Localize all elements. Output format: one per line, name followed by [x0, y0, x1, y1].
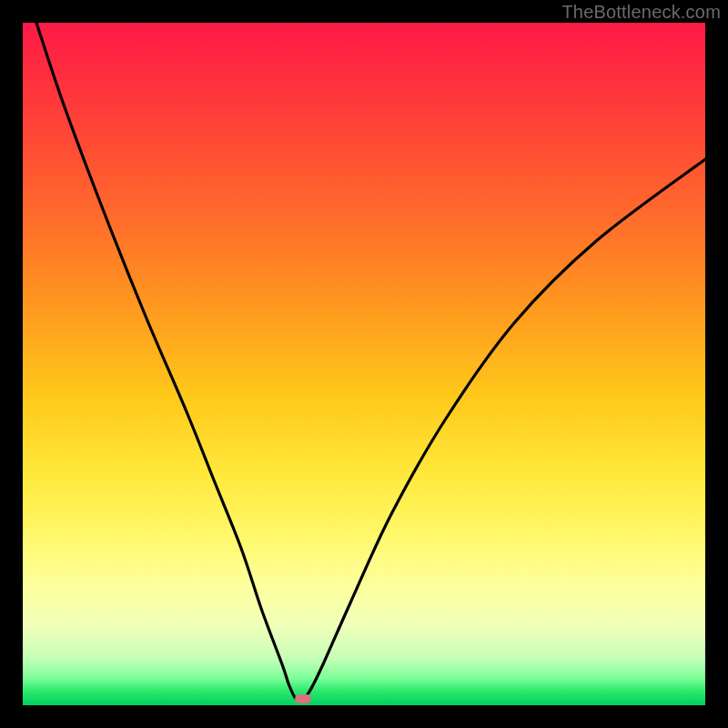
chart-container: TheBottleneck.com [0, 0, 728, 728]
plot-area [23, 23, 705, 705]
optimal-point-marker [295, 694, 311, 703]
bottleneck-curve [23, 23, 705, 705]
watermark-text: TheBottleneck.com [561, 2, 721, 23]
